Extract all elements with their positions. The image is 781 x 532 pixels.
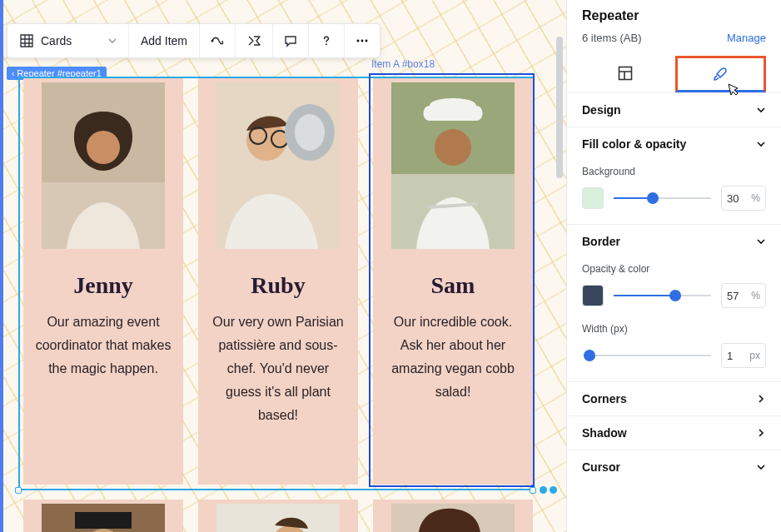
chevron-left-icon: ‹ bbox=[12, 69, 14, 78]
canvas-scrollbar[interactable] bbox=[556, 37, 563, 178]
unit-label: % bbox=[751, 192, 760, 204]
stretch-icon bbox=[246, 33, 262, 48]
animation-button[interactable] bbox=[200, 24, 236, 57]
chevron-down-icon bbox=[756, 236, 766, 246]
layout-preset-label: Cards bbox=[41, 34, 72, 47]
corners-section-title: Corners bbox=[582, 392, 627, 405]
repeater-card[interactable]: Ruby Our very own Parisian patissière an… bbox=[198, 78, 358, 485]
canvas-edge bbox=[0, 0, 3, 532]
brush-icon bbox=[712, 66, 729, 82]
chevron-right-icon bbox=[756, 428, 766, 438]
border-section-header[interactable]: Border bbox=[567, 225, 781, 258]
repeater-toolbar: Cards Add Item bbox=[7, 23, 381, 58]
border-opacity-value: 57 bbox=[727, 290, 739, 302]
help-icon bbox=[319, 33, 334, 48]
card-description: Our incredible cook. Ask her about her a… bbox=[373, 311, 533, 404]
design-tab[interactable] bbox=[675, 56, 767, 92]
design-section-title: Design bbox=[582, 103, 621, 117]
svg-point-8 bbox=[87, 131, 120, 164]
border-opacity-input[interactable]: 57 % bbox=[721, 283, 766, 308]
drag-handle[interactable] bbox=[550, 486, 557, 494]
more-icon bbox=[355, 33, 370, 48]
drag-handle[interactable] bbox=[540, 486, 547, 494]
repeater-card[interactable]: Sam Our incredible cook. Ask her about h… bbox=[373, 78, 533, 485]
border-width-value: 1 bbox=[727, 350, 733, 362]
svg-point-17 bbox=[435, 129, 471, 166]
animation-icon bbox=[210, 33, 225, 48]
inspector-panel: Repeater 6 items (AB) Manage Design Fill… bbox=[566, 0, 781, 532]
corners-section-header[interactable]: Corners bbox=[567, 382, 781, 415]
svg-point-4 bbox=[366, 40, 368, 42]
repeater-card[interactable] bbox=[198, 500, 358, 532]
design-section-header[interactable]: Design bbox=[567, 93, 781, 127]
editor-canvas[interactable]: Cards Add Item ‹ Repeater #repeater1 Ite… bbox=[0, 0, 566, 532]
stretch-button[interactable] bbox=[236, 24, 273, 57]
repeater-grid-row2 bbox=[23, 500, 533, 532]
card-photo bbox=[216, 82, 340, 249]
add-item-button[interactable]: Add Item bbox=[129, 24, 200, 57]
shadow-section-header[interactable]: Shadow bbox=[567, 416, 781, 450]
svg-point-2 bbox=[357, 40, 360, 42]
svg-rect-23 bbox=[619, 67, 631, 79]
repeater-card[interactable]: Jenny Our amazing event coordinator that… bbox=[23, 78, 183, 485]
border-width-input[interactable]: 1 px bbox=[721, 343, 766, 368]
items-count-label: 6 items (AB) bbox=[582, 32, 642, 44]
svg-rect-20 bbox=[216, 504, 340, 532]
comment-icon bbox=[283, 33, 298, 48]
fill-section-header[interactable]: Fill color & opacity bbox=[567, 127, 781, 161]
chevron-down-icon bbox=[756, 139, 766, 149]
card-photo bbox=[42, 504, 165, 532]
background-label: Background bbox=[582, 166, 766, 177]
card-description: Our very own Parisian patissière and sou… bbox=[198, 311, 358, 427]
help-button[interactable] bbox=[309, 24, 345, 57]
border-width-label: Width (px) bbox=[582, 323, 766, 335]
shadow-section-title: Shadow bbox=[582, 426, 627, 440]
card-photo bbox=[391, 504, 515, 532]
background-color-swatch[interactable] bbox=[582, 187, 604, 209]
resize-handle[interactable] bbox=[15, 487, 22, 494]
layout-icon bbox=[617, 65, 634, 82]
layout-preset-dropdown[interactable]: Cards bbox=[7, 24, 129, 57]
card-name: Jenny bbox=[73, 272, 133, 299]
add-item-label: Add Item bbox=[141, 34, 187, 47]
unit-label: px bbox=[749, 350, 760, 361]
cursor-section-title: Cursor bbox=[582, 460, 620, 474]
cursor-section-header[interactable]: Cursor bbox=[567, 450, 781, 484]
border-color-swatch[interactable] bbox=[582, 285, 604, 306]
background-opacity-slider[interactable] bbox=[614, 191, 711, 206]
repeater-card[interactable] bbox=[23, 500, 183, 532]
card-description: Our amazing event coordinator that makes… bbox=[23, 311, 183, 380]
repeater-grid: Jenny Our amazing event coordinator that… bbox=[23, 78, 533, 485]
card-photo bbox=[216, 504, 340, 532]
more-button[interactable] bbox=[345, 24, 380, 57]
card-photo bbox=[42, 82, 165, 249]
border-width-slider[interactable] bbox=[584, 348, 711, 363]
comments-button[interactable] bbox=[273, 24, 309, 57]
card-name: Sam bbox=[431, 272, 475, 299]
panel-title: Repeater bbox=[582, 8, 766, 23]
chevron-down-icon bbox=[108, 37, 117, 45]
card-name: Ruby bbox=[251, 272, 305, 299]
fill-section-title: Fill color & opacity bbox=[582, 137, 686, 151]
svg-point-0 bbox=[211, 39, 213, 42]
grid-icon bbox=[19, 33, 34, 48]
unit-label: % bbox=[751, 290, 760, 301]
background-opacity-input[interactable]: 30 % bbox=[721, 186, 766, 211]
chevron-down-icon bbox=[756, 462, 766, 472]
svg-point-3 bbox=[361, 40, 364, 42]
svg-point-1 bbox=[326, 43, 327, 45]
hover-element-label: Item A #box18 bbox=[371, 58, 435, 70]
manage-link[interactable]: Manage bbox=[727, 32, 766, 44]
layout-tab[interactable] bbox=[582, 56, 669, 92]
card-photo bbox=[391, 82, 515, 249]
resize-handle[interactable] bbox=[530, 487, 536, 494]
svg-point-14 bbox=[295, 114, 325, 151]
border-opacity-slider[interactable] bbox=[614, 288, 711, 303]
chevron-down-icon bbox=[756, 105, 766, 115]
border-section-title: Border bbox=[582, 235, 620, 248]
repeater-card[interactable] bbox=[373, 500, 533, 532]
border-opacity-color-label: Opacity & color bbox=[582, 263, 766, 275]
chevron-right-icon bbox=[756, 394, 766, 404]
background-opacity-value: 30 bbox=[727, 192, 739, 205]
